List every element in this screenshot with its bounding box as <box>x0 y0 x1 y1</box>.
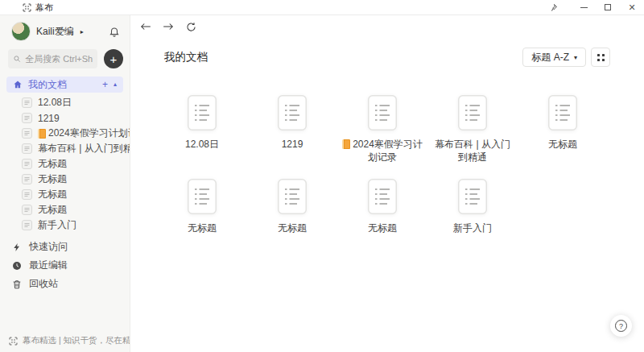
document-card-title: 2024寒假学习计划记录 <box>341 138 424 164</box>
app-title: 幕布 <box>35 2 53 14</box>
app-window: 幕布 ✕ Kaili爱编 ▸ <box>0 0 644 352</box>
doc-icon <box>22 220 32 230</box>
sidebar-doc-item[interactable]: 无标题 <box>0 187 130 202</box>
back-button[interactable] <box>140 21 151 32</box>
document-card-icon <box>188 95 217 130</box>
recent-edit-label: 最近编辑 <box>29 259 68 272</box>
document-card[interactable]: 2024寒假学习计划记录 <box>337 95 427 164</box>
main-panel: 我的文档 标题 A-Z ▾ <box>130 15 644 352</box>
document-card[interactable]: 无标题 <box>247 179 337 234</box>
document-card[interactable]: 12.08日 <box>157 95 247 151</box>
trash-icon <box>12 280 22 289</box>
doc-icon <box>22 143 32 154</box>
document-card-icon <box>188 179 217 214</box>
sidebar-item-trash[interactable]: 回收站 <box>0 275 130 293</box>
sidebar-doc-label: 1219 <box>38 113 60 124</box>
refresh-icon <box>186 22 196 32</box>
sidebar-doc-item[interactable]: 幕布百科 | 从入门到精通 <box>0 141 130 156</box>
document-card-title: 新手入门 <box>453 222 492 234</box>
minimize-button[interactable] <box>572 0 596 14</box>
search-row: + <box>0 47 130 71</box>
chevron-down-icon: ▾ <box>574 54 577 61</box>
avatar[interactable] <box>11 22 31 41</box>
sidebar-doc-item[interactable]: 无标题 <box>0 202 130 217</box>
home-icon <box>13 80 23 89</box>
window-controls: ✕ <box>541 0 644 14</box>
search-input[interactable] <box>25 54 93 64</box>
document-card-title: 12.08日 <box>185 138 219 151</box>
sidebar-item-recent-edit[interactable]: 最近编辑 <box>0 256 130 275</box>
document-card[interactable]: 无标题 <box>157 179 247 234</box>
user-menu-caret-icon: ▸ <box>80 28 84 35</box>
sort-label: 标题 A-Z <box>531 51 569 64</box>
doc-icon <box>22 128 32 139</box>
mubu-logo-icon <box>23 3 31 12</box>
notification-bell-icon[interactable] <box>109 26 120 37</box>
document-card[interactable]: 幕布百科 | 从入门到精通 <box>427 95 518 164</box>
sidebar-doc-item[interactable]: 无标题 <box>0 156 130 172</box>
document-card-title: 无标题 <box>368 222 397 234</box>
sidebar-doc-item[interactable]: 1219 <box>0 110 130 126</box>
sidebar-footer-promo[interactable]: 幕布精选 | 知识干货，尽在精选 <box>9 335 130 346</box>
my-docs-label: 我的文档 <box>28 78 67 92</box>
sidebar-doc-item[interactable]: 12.08日 <box>0 95 130 110</box>
orange-book-icon <box>38 129 46 139</box>
document-card-icon <box>458 95 487 130</box>
forward-button[interactable] <box>163 21 174 32</box>
sidebar-doc-label: 无标题 <box>38 188 67 201</box>
close-button[interactable]: ✕ <box>620 0 644 14</box>
quick-access-label: 快速访问 <box>29 240 68 254</box>
document-card-title: 幕布百科 | 从入门到精通 <box>431 138 514 164</box>
lightning-icon <box>12 242 22 252</box>
page-title: 我的文档 <box>164 50 208 64</box>
doc-icon <box>22 205 32 215</box>
document-card[interactable]: 1219 <box>247 95 337 151</box>
document-card[interactable]: 新手入门 <box>427 179 518 234</box>
collapse-icon[interactable]: ▴ <box>114 81 117 88</box>
search-icon <box>13 54 21 64</box>
user-row[interactable]: Kaili爱编 ▸ <box>0 18 130 45</box>
sidebar: Kaili爱编 ▸ + 我的文档 + ▴ <box>0 15 130 352</box>
add-doc-icon[interactable]: + <box>102 80 108 89</box>
document-card-icon <box>368 95 397 130</box>
doc-icon <box>22 189 32 200</box>
history-nav <box>140 21 196 32</box>
arrow-right-icon <box>163 22 174 31</box>
maximize-button[interactable] <box>596 0 620 14</box>
grid-view-icon <box>597 54 605 61</box>
sidebar-item-my-docs[interactable]: 我的文档 + ▴ <box>6 77 123 93</box>
trash-label: 回收站 <box>29 277 58 291</box>
document-card-icon <box>458 179 487 214</box>
arrow-left-icon <box>140 22 151 31</box>
user-name: Kaili爱编 <box>36 25 74 39</box>
main-header: 我的文档 标题 A-Z ▾ <box>164 47 610 68</box>
help-button[interactable]: ? <box>610 315 632 337</box>
sidebar-doc-label: 无标题 <box>38 172 67 186</box>
document-card-icon <box>368 179 397 214</box>
sidebar-doc-label: 新手入门 <box>38 218 76 232</box>
view-toggle-button[interactable] <box>591 48 610 67</box>
doc-icon <box>22 159 32 169</box>
orange-book-icon <box>342 139 350 149</box>
global-search-input[interactable] <box>8 49 97 68</box>
document-grid: 12.08日 1219 2024寒假学习计划记录 <box>157 95 608 234</box>
sidebar-doc-item[interactable]: 2024寒假学习计划记录 <box>0 126 130 141</box>
document-card-title: 无标题 <box>278 222 307 234</box>
document-card-title: 无标题 <box>548 138 577 151</box>
sidebar-item-quick-access[interactable]: 快速访问 <box>0 238 130 256</box>
doc-icon <box>22 97 32 108</box>
sidebar-doc-item[interactable]: 无标题 <box>0 172 130 187</box>
new-document-button[interactable]: + <box>104 49 123 68</box>
question-mark-icon: ? <box>615 320 627 332</box>
pin-icon[interactable] <box>541 0 565 14</box>
sidebar-doc-item[interactable]: 新手入门 <box>0 217 130 233</box>
refresh-button[interactable] <box>185 21 196 32</box>
document-card[interactable]: 无标题 <box>337 179 427 234</box>
document-card-title: 1219 <box>282 138 303 151</box>
document-card[interactable]: 无标题 <box>518 95 608 151</box>
titlebar: 幕布 ✕ <box>0 0 644 15</box>
document-card-title: 无标题 <box>188 222 217 234</box>
sort-dropdown[interactable]: 标题 A-Z ▾ <box>522 48 586 67</box>
clock-icon <box>12 261 22 271</box>
sidebar-doc-label: 幕布百科 | 从入门到精通 <box>38 142 130 155</box>
